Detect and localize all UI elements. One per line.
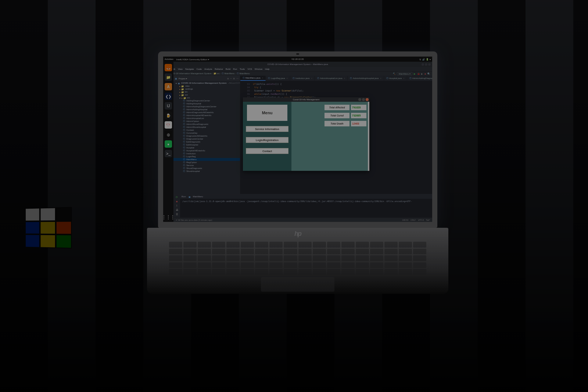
activities-button[interactable]: Activities [165, 58, 173, 60]
project-root[interactable]: COVID-19 Information Management System [181, 82, 227, 84]
tab-adminaddinghospital-java[interactable]: ⒸAdminAddingHospital.java× [348, 76, 384, 81]
firefox-icon[interactable]: 🦊 [165, 64, 172, 71]
trackpad [261, 277, 334, 292]
ide-nav-bar: ▣ COVID-19 Information Management System… [163, 71, 432, 76]
app-title: Covid-19 Info Management [293, 98, 319, 101]
tree-item-bin[interactable]: ▸ 📁 bin [173, 90, 240, 93]
close-button[interactable] [428, 63, 431, 66]
search-icon[interactable]: 🔍 [427, 72, 430, 75]
clock[interactable]: শুক্র 28 22:35 [291, 58, 304, 61]
app-window: Covid-19 Info Management Menu Service In… [243, 97, 369, 171]
app-menu[interactable]: IntelliJ IDEA Community Edition ▾ [176, 58, 209, 61]
tree-item-.idea[interactable]: ▸ 📁 .idea [173, 84, 240, 87]
menu-refactor[interactable]: Refactor [215, 68, 223, 70]
menu-heading: Menu [247, 105, 287, 121]
menu-tools[interactable]: Tools [240, 68, 245, 70]
tree-item-.settings[interactable]: ▸ 📁 .settings [173, 87, 240, 90]
network-icon: ⇅ [419, 58, 421, 61]
menu-view[interactable]: View [178, 68, 183, 70]
tab-mainmenu-java[interactable]: ⒸMainMenu.java× [240, 76, 266, 81]
vscode-icon[interactable]: ❮❯ [165, 93, 172, 100]
menu-run[interactable]: Run [233, 68, 237, 70]
coverage-icon[interactable]: ▶ [421, 72, 423, 75]
contact-button[interactable]: Contact [246, 148, 288, 154]
breadcrumb[interactable]: ▣ COVID-19 Information Management System… [165, 72, 250, 75]
run-tab-prefix: Run: [182, 195, 186, 198]
system-menu[interactable]: ⇅ 🔊 🔋 ▾ [419, 58, 431, 61]
menu-help[interactable]: Help [265, 68, 269, 70]
project-root-path: ~/Music/COV… [228, 82, 240, 84]
software-icon[interactable]: A [165, 83, 172, 90]
maximize-button[interactable] [425, 63, 427, 66]
tree-item-out[interactable]: ▸ 📁 out [173, 93, 240, 96]
stop-icon[interactable]: ■ [424, 73, 426, 75]
app-minimize-icon[interactable] [358, 98, 361, 101]
keyboard [169, 242, 426, 275]
minimize-button[interactable] [422, 63, 424, 66]
menu-build[interactable]: Build [226, 68, 230, 70]
project-tree[interactable]: ▾▣ COVID-19 Information Management Syste… [173, 81, 240, 173]
login-registration-button[interactable]: Login/Registration [246, 137, 288, 143]
run-tab-label[interactable]: MainMenu [193, 195, 203, 198]
webcam [296, 53, 299, 55]
run-print-icon[interactable]: 🖶 [176, 209, 178, 211]
rerun-icon[interactable]: ⟳ [176, 196, 178, 199]
gnome-top-bar: Activities IntelliJ IDEA Community Editi… [163, 57, 432, 62]
intellij-icon[interactable]: IJ [165, 102, 172, 109]
stats-panel: Total Affected 791020 Total Cured 732005… [291, 102, 369, 171]
run-trash-icon[interactable]: 🗑 [176, 213, 178, 215]
power-icon: ▾ [430, 58, 431, 61]
ide-menu-bar: FileEditViewNavigateCodeAnalyzeRefactorB… [163, 67, 432, 71]
app-close-icon[interactable] [366, 98, 369, 101]
menu-code[interactable]: Code [197, 68, 202, 70]
total-cured-label: Total Cured [325, 113, 349, 118]
tab-institution-java[interactable]: ⒸInstitution.java× [290, 76, 315, 81]
status-right: 108:53CRLFUTF-8Tab* [402, 219, 430, 221]
tab-adminaddingdiagnosticcenter-java[interactable]: ⒸAdminAddingDiagnosticCenter.java× [407, 76, 432, 81]
build-icon[interactable]: 🔨 [393, 72, 395, 75]
run-config-selector[interactable]: MainMenu ▾ [397, 72, 413, 75]
debug-icon[interactable]: 🐞 [417, 72, 420, 75]
brave-icon[interactable]: 🛡 [165, 121, 172, 129]
run-down-icon[interactable]: ⇩ [176, 204, 178, 207]
screen: Activities IntelliJ IDEA Community Editi… [163, 57, 432, 222]
total-affected-value: 791020 [351, 105, 366, 110]
obs-icon[interactable]: ◎ [165, 131, 172, 138]
total-cured-value: 732005 [351, 113, 366, 118]
total-death-label: Total Death [325, 121, 349, 126]
status-message: ✔ All files are up-to-date (3 minutes ag… [176, 219, 212, 221]
menu-window[interactable]: Window [255, 68, 262, 70]
files-icon[interactable]: 📁 [165, 73, 172, 81]
volume-icon: 🔊 [422, 58, 425, 61]
rubiks-cube-prop [25, 207, 72, 248]
ubuntu-dock: 🦊📁A❮❯IJ🍺🛡◎●>_⋮⋮⋮ [163, 62, 173, 222]
app-scrollbar[interactable] [368, 102, 369, 171]
app-maximize-icon[interactable] [362, 98, 365, 101]
service-information-button[interactable]: Service Information [246, 126, 288, 132]
run-tool-window: ⟳ ■ ⇩ 🖶 🗑 Run: ▣ MainMenu /usr/lib/jvm/j… [173, 194, 432, 217]
app-title-bar[interactable]: Covid-19 Info Management [243, 97, 369, 102]
status-bar: ✔ All files are up-to-date (3 minutes ag… [173, 218, 432, 222]
hp-logo: hp [294, 230, 301, 238]
spotify-icon[interactable]: ● [165, 140, 172, 148]
menu-vcs[interactable]: VCS [247, 68, 252, 70]
editor-tabs: ⒸMainMenu.java×ⒸLoginReg.java×ⒸInstituti… [240, 76, 432, 81]
run-stop-icon[interactable]: ■ [176, 200, 178, 203]
menu-navigate[interactable]: Navigate [185, 68, 194, 70]
tab-hospital-java[interactable]: ⒸHospital.java× [384, 76, 407, 81]
project-tool-header[interactable]: ▦ Project ▾ ⊕÷⚙— [173, 76, 240, 81]
terminal-icon[interactable]: >_ [165, 150, 172, 157]
ide-title-bar: COVID-19 Information Management System –… [163, 62, 432, 67]
battery-icon: 🔋 [426, 58, 429, 61]
tab-loginreg-java[interactable]: ⒸLoginReg.java× [266, 76, 290, 81]
run-icon[interactable]: ▶ [414, 72, 416, 75]
beer-icon[interactable]: 🍺 [165, 112, 172, 119]
laptop-base: hp [147, 228, 448, 294]
total-death-value: 12403 [351, 121, 366, 126]
tree-item-showhospital[interactable]: Ⓒ ShowHospital [173, 170, 240, 173]
menu-analyze[interactable]: Analyze [204, 68, 212, 70]
tab-adminhospitallist-java[interactable]: ⒸAdminHospitalList.java× [315, 76, 348, 81]
run-output[interactable]: /usr/lib/jvm/java-1.11.0-openjdk-amd64/b… [180, 199, 432, 217]
app-grid-icon[interactable]: ⋮⋮⋮ [163, 215, 175, 220]
ide-title: COVID-19 Information Management System –… [267, 63, 328, 65]
